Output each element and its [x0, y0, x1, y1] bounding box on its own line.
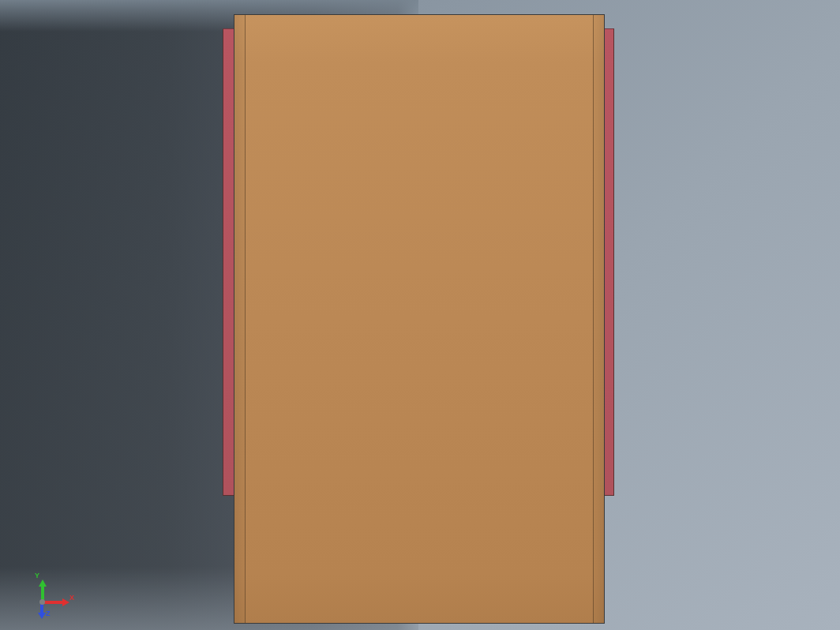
axis-y-label: Y	[35, 572, 39, 579]
axis-z-arrow-icon	[38, 613, 46, 619]
model-front-panel[interactable]	[234, 14, 605, 624]
axis-z-label: Z	[46, 609, 51, 617]
axis-x-shaft	[42, 601, 64, 604]
axis-y-arrow-icon	[39, 579, 47, 587]
axis-x-label: X	[69, 594, 74, 602]
axis-origin-point	[39, 599, 45, 605]
model-panel-edge-left	[234, 15, 246, 623]
cad-3d-viewport[interactable]: Z X Y	[0, 0, 840, 630]
axis-x-arrow-icon	[62, 598, 69, 606]
axis-triad[interactable]: Z X Y	[24, 568, 71, 616]
model-panel-edge-right	[593, 15, 604, 623]
